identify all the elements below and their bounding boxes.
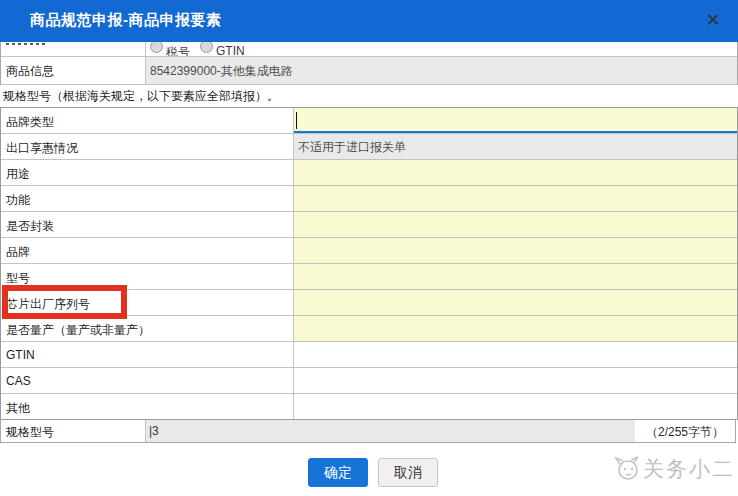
- element-input[interactable]: [294, 108, 737, 133]
- element-row: 功能: [1, 186, 737, 212]
- product-info-label: 商品信息: [1, 57, 146, 84]
- spec-model-field[interactable]: |3: [146, 420, 635, 442]
- element-row: CAS: [1, 368, 737, 394]
- dialog-title: 商品规范申报-商品申报要素: [30, 11, 222, 30]
- element-label: 芯片出厂序列号: [1, 290, 294, 315]
- element-label: 用途: [1, 160, 294, 185]
- radio-option-label: GTIN: [216, 44, 245, 57]
- element-row: GTIN: [1, 342, 737, 368]
- radio-circle-icon: [200, 42, 213, 53]
- element-input[interactable]: [294, 264, 737, 289]
- element-row: 型号: [1, 264, 737, 290]
- element-input[interactable]: [294, 160, 737, 185]
- element-input[interactable]: [294, 316, 737, 341]
- element-row: 芯片出厂序列号: [1, 290, 737, 316]
- radio-option-gtin[interactable]: GTIN: [200, 44, 245, 57]
- mascot-logo-icon: [607, 455, 643, 483]
- element-input[interactable]: [294, 186, 737, 211]
- element-input[interactable]: [294, 290, 737, 315]
- clipped-label-fragment: [6, 43, 48, 45]
- dialog-footer: 确定 取消 关务小二: [0, 443, 738, 496]
- watermark-text: 关务小二: [643, 455, 735, 483]
- cancel-button[interactable]: 取消: [378, 458, 438, 487]
- element-input[interactable]: [294, 212, 737, 237]
- product-info-row: 商品信息 8542399000-其他集成电路: [1, 57, 737, 85]
- lookup-type-row: 税号GTIN: [1, 42, 737, 57]
- section-note: 规格型号（根据海关规定，以下要素应全部填报）。: [0, 83, 738, 107]
- dialog-titlebar: 商品规范申报-商品申报要素 ✕: [0, 0, 738, 42]
- element-label: CAS: [1, 368, 294, 393]
- element-row: 其他: [1, 394, 737, 420]
- element-label: 品牌类型: [1, 108, 294, 133]
- element-label: GTIN: [1, 342, 294, 367]
- confirm-button[interactable]: 确定: [308, 458, 368, 487]
- element-label: 品牌: [1, 238, 294, 263]
- element-row: 品牌类型: [1, 108, 737, 134]
- element-value-cell[interactable]: [294, 342, 737, 367]
- product-info-value: 8542399000-其他集成电路: [146, 57, 737, 84]
- elements-table: 品牌类型出口享惠情况不适用于进口报关单用途功能是否封装品牌型号芯片出厂序列号是否…: [0, 107, 738, 420]
- element-label: 其他: [1, 394, 294, 419]
- element-input: 不适用于进口报关单: [294, 134, 737, 159]
- top-info-table: 税号GTIN 商品信息 8542399000-其他集成电路: [0, 42, 738, 85]
- element-label: 功能: [1, 186, 294, 211]
- radio-circle-icon: [150, 42, 163, 53]
- radio-option-shuihao[interactable]: 税号: [150, 44, 190, 57]
- byte-counter: （2/255字节）: [635, 420, 735, 442]
- element-row: 是否量产（量产或非量产）: [1, 316, 737, 342]
- element-row: 品牌: [1, 238, 737, 264]
- text-caret: [296, 112, 297, 129]
- element-value-cell[interactable]: [294, 368, 737, 393]
- element-value-cell[interactable]: [294, 394, 737, 419]
- watermark: 关务小二: [607, 455, 735, 483]
- close-icon[interactable]: ✕: [702, 9, 724, 31]
- element-input[interactable]: [294, 238, 737, 263]
- element-row: 是否封装: [1, 212, 737, 238]
- element-label: 是否量产（量产或非量产）: [1, 316, 294, 341]
- element-label: 是否封装: [1, 212, 294, 237]
- declaration-dialog: 商品规范申报-商品申报要素 ✕ 税号GTIN 商品信息 8542399000-其…: [0, 0, 738, 496]
- spec-model-label: 规格型号: [1, 420, 146, 442]
- element-row: 出口享惠情况不适用于进口报关单: [1, 134, 737, 160]
- element-row: 用途: [1, 160, 737, 186]
- spec-model-row: 规格型号 |3 （2/255字节）: [0, 419, 736, 443]
- element-label: 型号: [1, 264, 294, 289]
- lookup-type-label: [1, 42, 146, 56]
- radio-option-label: 税号: [166, 44, 190, 57]
- element-label: 出口享惠情况: [1, 134, 294, 159]
- lookup-type-options: 税号GTIN: [146, 42, 737, 56]
